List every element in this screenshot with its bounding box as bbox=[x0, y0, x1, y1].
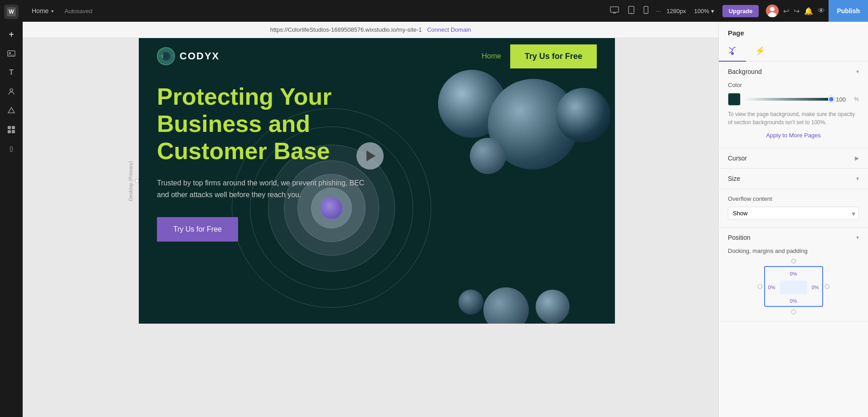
overflow-select-wrap: Show Hide bbox=[728, 207, 859, 220]
svg-point-22 bbox=[161, 54, 165, 58]
desktop-icon[interactable] bbox=[608, 5, 621, 17]
lightning-tab[interactable]: ⚡ bbox=[746, 42, 774, 62]
undo-icon[interactable]: ↩ bbox=[783, 7, 789, 15]
opacity-slider[interactable] bbox=[745, 98, 831, 101]
svg-rect-7 bbox=[12, 126, 15, 129]
panel-tabs: ⚡ bbox=[719, 42, 868, 62]
dock-right-radio[interactable] bbox=[825, 284, 829, 289]
shapes-tool-icon[interactable] bbox=[3, 102, 20, 119]
notifications-icon[interactable]: 🔔 bbox=[804, 7, 813, 15]
size-chevron-icon: ▾ bbox=[856, 175, 859, 182]
dock-left-value: 0% bbox=[768, 285, 775, 290]
background-section-header[interactable]: Background ▾ bbox=[719, 62, 868, 82]
left-toolbar: W + T {} bbox=[0, 0, 23, 417]
canvas-area: https://ColorlifeStudios-1689508576.wixs… bbox=[23, 22, 718, 417]
nav-home-link[interactable]: Home bbox=[482, 52, 501, 60]
zoom-control[interactable]: 100% ▾ bbox=[691, 6, 717, 16]
upgrade-button[interactable]: Upgrade bbox=[722, 5, 759, 17]
hero-subtitle: Trusted by top firms around the world, w… bbox=[157, 177, 375, 200]
top-bar: Home ▾ Autosaved ··· 1280px 100% ▾ Upgra… bbox=[23, 0, 868, 22]
dock-left-radio[interactable] bbox=[758, 284, 762, 289]
resolution-display: 1280px bbox=[667, 8, 686, 15]
mobile-icon[interactable] bbox=[642, 4, 650, 18]
hero-cta-button[interactable]: Try Us for Free bbox=[157, 217, 238, 242]
autosave-status: Autosaved bbox=[64, 8, 92, 15]
position-label: Position bbox=[728, 234, 751, 241]
color-row: 100 % bbox=[728, 93, 859, 106]
background-section: Background ▾ Color 100 % To view the pag… bbox=[719, 62, 868, 148]
svg-point-19 bbox=[158, 48, 174, 64]
logo-circle-icon bbox=[157, 47, 175, 65]
code-tool-icon[interactable]: {} bbox=[3, 141, 20, 157]
viewport-label-wrap: Desktop (Primary) bbox=[126, 38, 139, 324]
dock-top-radio[interactable] bbox=[791, 259, 796, 263]
sphere-3 bbox=[556, 88, 610, 142]
svg-rect-6 bbox=[8, 126, 11, 129]
bg-note: To view the page background, make sure t… bbox=[728, 110, 859, 126]
media-tool-icon[interactable] bbox=[3, 45, 20, 62]
svg-point-14 bbox=[646, 12, 647, 13]
dropdown-arrow-icon: ▾ bbox=[51, 9, 54, 14]
design-tab[interactable] bbox=[719, 42, 746, 62]
background-content: Color 100 % To view the page background,… bbox=[719, 82, 868, 148]
add-tool-icon[interactable]: + bbox=[3, 26, 20, 43]
svg-rect-10 bbox=[610, 7, 619, 12]
svg-rect-9 bbox=[12, 130, 15, 133]
preview-icon[interactable]: 👁 bbox=[818, 7, 825, 15]
svg-text:W: W bbox=[9, 9, 14, 15]
page-selector[interactable]: Home ▾ bbox=[28, 5, 57, 16]
site-logo[interactable]: CODYX bbox=[157, 47, 219, 65]
user-avatar[interactable] bbox=[766, 5, 779, 17]
color-label: Color bbox=[728, 82, 859, 88]
svg-point-16 bbox=[770, 7, 775, 11]
dock-top-value: 0% bbox=[790, 271, 797, 276]
hero-section: Protecting Your Business and Customer Ba… bbox=[157, 83, 375, 242]
opacity-value: 100 bbox=[836, 96, 849, 103]
cursor-chevron-icon: ▶ bbox=[855, 155, 859, 161]
zoom-chevron-icon: ▾ bbox=[711, 8, 714, 15]
overflow-select[interactable]: Show Hide bbox=[728, 207, 859, 220]
dock-bottom-radio[interactable] bbox=[791, 310, 796, 314]
redo-icon[interactable]: ↪ bbox=[794, 7, 800, 15]
cursor-section: Cursor ▶ bbox=[719, 148, 868, 169]
docking-label: Docking, margins and padding bbox=[728, 247, 859, 254]
more-options-icon[interactable]: ··· bbox=[656, 7, 661, 15]
svg-marker-5 bbox=[8, 107, 15, 113]
color-swatch[interactable] bbox=[728, 93, 741, 106]
sphere-6 bbox=[536, 290, 570, 324]
position-content: Docking, margins and padding 0% bbox=[719, 247, 868, 321]
current-page-name: Home bbox=[32, 7, 49, 15]
play-button[interactable] bbox=[356, 142, 384, 170]
opacity-pct: % bbox=[854, 96, 859, 102]
viewport-label: Desktop (Primary) bbox=[126, 157, 135, 205]
canvas-wrapper: Desktop (Primary) bbox=[23, 38, 718, 333]
dock-right-value: 0% bbox=[812, 285, 819, 290]
apply-to-more-pages-link[interactable]: Apply to More Pages bbox=[728, 132, 859, 139]
connect-domain-link[interactable]: Connect Domain bbox=[427, 26, 471, 33]
position-chevron-icon: ▾ bbox=[856, 234, 859, 241]
overflow-section: Overflow content Show Hide bbox=[719, 189, 868, 228]
svg-point-21 bbox=[164, 54, 168, 58]
viewport-settings-icon[interactable] bbox=[135, 179, 139, 183]
slider-thumb bbox=[828, 96, 834, 102]
position-section-header[interactable]: Position ▾ bbox=[719, 228, 868, 247]
publish-button[interactable]: Publish bbox=[829, 0, 868, 22]
tablet-icon[interactable] bbox=[626, 4, 636, 18]
contacts-tool-icon[interactable] bbox=[3, 83, 20, 100]
cursor-section-header[interactable]: Cursor ▶ bbox=[719, 148, 868, 168]
nav-cta-button[interactable]: Try Us for Free bbox=[510, 44, 597, 68]
size-section-header[interactable]: Size ▾ bbox=[719, 169, 868, 189]
svg-point-4 bbox=[10, 89, 13, 92]
apps-tool-icon[interactable] bbox=[3, 121, 20, 138]
device-controls: ··· 1280px 100% ▾ Upgrade bbox=[608, 4, 759, 18]
dock-bottom-value: 0% bbox=[790, 298, 797, 304]
url-bar: https://ColorlifeStudios-1689508576.wixs… bbox=[23, 22, 718, 38]
svg-rect-8 bbox=[8, 130, 11, 133]
background-chevron-icon: ▾ bbox=[856, 68, 859, 75]
svg-point-3 bbox=[9, 52, 11, 54]
text-tool-icon[interactable]: T bbox=[3, 64, 20, 81]
app-logo[interactable]: W bbox=[4, 5, 19, 19]
background-label: Background bbox=[728, 68, 762, 75]
sphere-7 bbox=[458, 290, 483, 315]
svg-point-23 bbox=[731, 52, 734, 55]
